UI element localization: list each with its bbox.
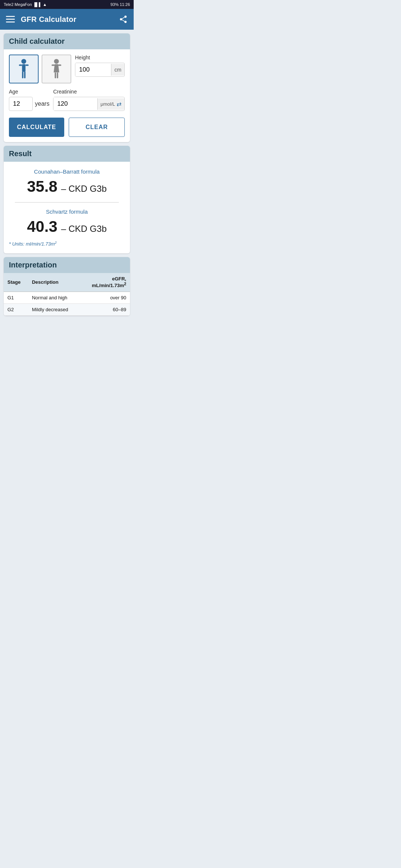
- calculate-button[interactable]: CALCULATE: [9, 118, 64, 137]
- app-bar: GFR Calculator: [0, 9, 134, 30]
- formula1-label: Counahan–Barratt formula: [34, 168, 100, 175]
- status-right: 93% 11:26: [110, 2, 130, 7]
- col-stage: Stage: [4, 273, 28, 292]
- gender-height-row: Height cm: [9, 55, 125, 83]
- creatinine-unit-label: μmol/L: [101, 101, 115, 107]
- calculator-card-header: Child calculator: [4, 33, 130, 49]
- female-gender-button[interactable]: [42, 55, 71, 83]
- height-input-group: cm: [75, 63, 125, 77]
- col-description: Description: [28, 273, 80, 292]
- age-input[interactable]: [9, 97, 33, 111]
- formula2-label: Schvartz formula: [46, 208, 88, 215]
- interpretation-card: Interpretation Stage Description eGFR,mL…: [4, 257, 130, 315]
- result-card: Result Counahan–Barratt formula 35.8 – C…: [4, 146, 130, 253]
- svg-rect-2: [6, 22, 15, 23]
- signal-icon: ▐▌▌: [33, 2, 42, 7]
- formula1-result-row: 35.8 – CKD G3b: [27, 178, 107, 195]
- battery-text: 93%: [110, 2, 118, 7]
- status-left: Tele2 MegaFon ▐▌▌ ▲: [4, 2, 47, 7]
- svg-point-4: [120, 18, 122, 20]
- result-body: Counahan–Barratt formula 35.8 – CKD G3b …: [4, 162, 130, 253]
- table-header-row: Stage Description eGFR,mL/min/1.73m2: [4, 273, 130, 292]
- interpretation-title: Interpretation: [9, 261, 57, 269]
- creatinine-input-group: μmol/L ⇄: [53, 97, 125, 111]
- svg-point-14: [54, 59, 59, 64]
- svg-line-7: [122, 20, 125, 22]
- svg-rect-16: [58, 65, 61, 66]
- clear-button[interactable]: CLEAR: [69, 118, 125, 137]
- result-divider: [15, 202, 119, 203]
- app-title: GFR Calculator: [21, 15, 119, 24]
- carrier-text: Tele2 MegaFon: [4, 2, 32, 7]
- height-label: Height: [75, 55, 125, 60]
- age-field: Age years: [9, 89, 49, 111]
- action-buttons-row: CALCULATE CLEAR: [9, 118, 125, 137]
- years-label: years: [35, 101, 49, 107]
- table-cell: G2: [4, 303, 28, 315]
- gender-selector: [9, 55, 71, 83]
- formula1-number: 35.8: [27, 178, 58, 195]
- calculator-title: Child calculator: [9, 37, 65, 45]
- table-cell: over 90: [80, 292, 130, 303]
- wifi-icon: ▲: [43, 2, 47, 7]
- height-unit: cm: [111, 64, 124, 76]
- calculator-card: Child calculator: [4, 33, 130, 142]
- creatinine-unit-area: μmol/L ⇄: [97, 98, 124, 110]
- status-bar: Tele2 MegaFon ▐▌▌ ▲ 93% 11:26: [0, 0, 134, 9]
- table-cell: Normal and high: [28, 292, 80, 303]
- svg-rect-18: [57, 72, 58, 78]
- table-row: G2Mildly decreased60–89: [4, 303, 130, 315]
- svg-point-3: [124, 16, 127, 18]
- formula2-number: 40.3: [27, 218, 58, 236]
- creatinine-label: Creatinine: [53, 89, 125, 95]
- svg-rect-10: [19, 65, 22, 66]
- svg-rect-11: [26, 65, 29, 66]
- age-input-group: years: [9, 97, 49, 111]
- calculator-body: Height cm Age years: [4, 49, 130, 142]
- svg-point-5: [124, 21, 127, 23]
- male-gender-button[interactable]: [9, 55, 39, 83]
- formula2-ckd: – CKD G3b: [61, 224, 107, 234]
- svg-rect-0: [6, 16, 15, 17]
- svg-point-8: [21, 59, 26, 64]
- age-label: Age: [9, 89, 49, 95]
- svg-rect-17: [55, 72, 56, 78]
- units-note: * Units: ml/min/1.73m2: [9, 241, 57, 247]
- creatinine-input[interactable]: [53, 97, 97, 111]
- svg-rect-12: [22, 72, 23, 79]
- interpretation-card-header: Interpretation: [4, 257, 130, 273]
- svg-rect-15: [52, 65, 55, 66]
- height-input[interactable]: [75, 63, 111, 76]
- table-cell: 60–89: [80, 303, 130, 315]
- age-creatinine-row: Age years Creatinine μmol/L ⇄: [9, 89, 125, 111]
- interpretation-table: Stage Description eGFR,mL/min/1.73m2 G1N…: [4, 273, 130, 315]
- result-card-header: Result: [4, 146, 130, 162]
- share-button[interactable]: [119, 15, 128, 24]
- table-cell: Mildly decreased: [28, 303, 80, 315]
- hamburger-menu-button[interactable]: [6, 16, 15, 23]
- table-cell: G1: [4, 292, 28, 303]
- col-egfr: eGFR,mL/min/1.73m2: [80, 273, 130, 292]
- svg-rect-9: [22, 64, 25, 72]
- result-title: Result: [9, 149, 32, 158]
- table-row: G1Normal and highover 90: [4, 292, 130, 303]
- height-field: Height cm: [75, 55, 125, 77]
- interpretation-table-body: G1Normal and highover 90G2Mildly decreas…: [4, 292, 130, 315]
- svg-rect-13: [24, 72, 26, 79]
- main-content: Child calculator: [0, 30, 134, 319]
- unit-convert-button[interactable]: ⇄: [117, 101, 121, 108]
- formula1-ckd: – CKD G3b: [61, 184, 107, 194]
- creatinine-field: Creatinine μmol/L ⇄: [53, 89, 125, 111]
- svg-line-6: [122, 17, 125, 19]
- svg-rect-1: [6, 19, 15, 20]
- time-text: 11:26: [120, 2, 130, 7]
- formula2-result-row: 40.3 – CKD G3b: [27, 218, 107, 236]
